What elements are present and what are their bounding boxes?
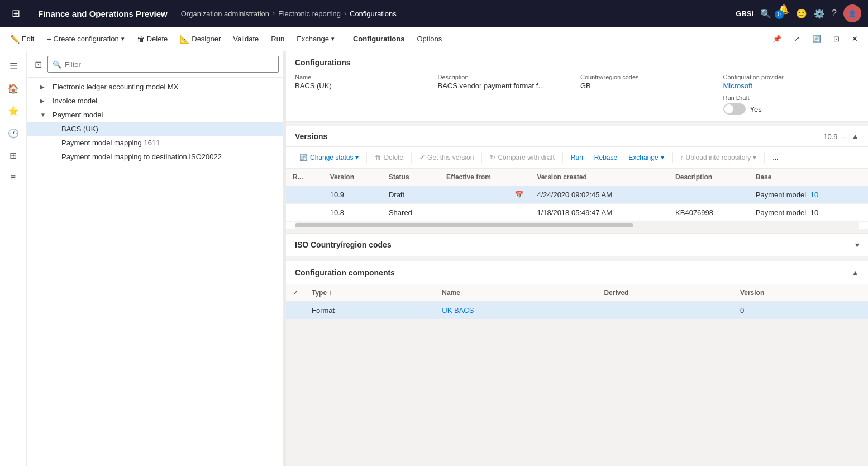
tree-item-payment-model[interactable]: ▼ Payment model (27, 108, 283, 122)
designer-button[interactable]: 📐 Designer (174, 29, 226, 49)
cell-name[interactable]: UK BACS (435, 302, 597, 320)
create-config-button[interactable]: + Create configuration (41, 29, 130, 49)
calendar-icon[interactable]: 📅 (514, 191, 523, 199)
table-row[interactable]: 10.9 Draft 📅 4/24/2020 09:02:45 AM Payme… (286, 186, 868, 204)
run-button[interactable]: Run (265, 29, 290, 49)
breadcrumb: Organization administration › Electronic… (181, 9, 732, 18)
config-components-header[interactable]: Configuration components ▲ (286, 261, 868, 284)
sidebar-home-icon[interactable]: 🏠 (3, 78, 23, 98)
sidebar-workspaces-icon[interactable]: ⊞ (3, 145, 23, 165)
avatar-icon: 👤 (848, 10, 856, 17)
th-type[interactable]: Type ↑ (305, 284, 435, 302)
versions-meta: 10.9 -- ▲ (823, 132, 859, 141)
th-name[interactable]: Name (435, 284, 597, 302)
waffle-icon: ⊞ (12, 7, 20, 20)
rebase-button[interactable]: Rebase (590, 151, 622, 164)
avatar[interactable]: 👤 (843, 4, 861, 22)
th-version[interactable]: Version (323, 169, 382, 186)
change-status-button[interactable]: 🔄 Change status ▾ (295, 151, 363, 164)
table-row[interactable]: Format UK BACS 0 (286, 302, 868, 320)
vt-sep5 (672, 152, 673, 163)
tree-item-invoice-model[interactable]: ▶ Invoice model (27, 94, 283, 108)
versions-table-wrapper: R... Version Status Effective from Versi… (286, 169, 868, 222)
sidebar-menu-icon[interactable]: ☰ (3, 56, 23, 76)
search-icon[interactable]: 🔍 (760, 8, 771, 19)
versions-table-header: R... Version Status Effective from Versi… (286, 169, 868, 186)
upload-into-repository-button[interactable]: ↑ Upload into repository ▾ (676, 151, 761, 164)
name-value: BACS (UK) (295, 82, 431, 90)
table-row[interactable]: 10.8 Shared 1/18/2018 05:49:47 AM KB4076… (286, 204, 868, 222)
sidebar-recent-icon[interactable]: 🕐 (3, 123, 23, 143)
filter-input[interactable] (65, 60, 274, 69)
restore-button[interactable]: ⊡ (828, 29, 845, 49)
th-version-created[interactable]: Version created (530, 169, 669, 186)
base-link[interactable]: Payment model (756, 191, 806, 199)
exchange-button[interactable]: Exchange (291, 29, 340, 49)
versions-title: Versions (295, 132, 327, 141)
cell-description (669, 186, 749, 204)
configurations-section-title: Configurations (286, 51, 868, 69)
th-effective-from[interactable]: Effective from (440, 169, 531, 186)
delete-button[interactable]: 🗑 Delete (131, 29, 174, 49)
th-derived[interactable]: Derived (597, 284, 733, 302)
config-components-title: Configuration components (295, 268, 395, 277)
tree-item-mapping-iso[interactable]: Payment model mapping to destination ISO… (27, 150, 283, 164)
help-icon[interactable]: ? (832, 8, 837, 18)
expand-button[interactable]: ⤢ (788, 29, 805, 49)
run-draft-toggle[interactable] (723, 103, 746, 115)
configurations-tab-button[interactable]: Configurations (347, 29, 410, 49)
th-r: R... (286, 169, 323, 186)
expander-icon: ▶ (40, 98, 49, 104)
pin-button[interactable]: 📌 (767, 29, 787, 49)
tree-item-electronic-ledger[interactable]: ▶ Electronic ledger accounting model MX (27, 80, 283, 94)
close-button[interactable]: ✕ (846, 29, 864, 49)
th-status[interactable]: Status (382, 169, 440, 186)
version-separator: -- (842, 132, 847, 141)
iso-section-header[interactable]: ISO Country/region codes ▾ (286, 234, 868, 256)
sidebar-modules-icon[interactable]: ≡ (3, 168, 23, 188)
versions-delete-button[interactable]: 🗑 Delete (370, 151, 408, 164)
command-bar: ✏️ Edit + Create configuration 🗑 Delete … (0, 27, 868, 51)
breadcrumb-configs[interactable]: Configurations (350, 9, 397, 18)
filter-button[interactable]: ⊡ (31, 57, 45, 72)
th-version[interactable]: Version (733, 284, 868, 302)
iso-section: ISO Country/region codes ▾ (286, 233, 868, 256)
tree-container: ▶ Electronic ledger accounting model MX … (27, 78, 283, 466)
smiley-icon[interactable]: 🙂 (796, 8, 807, 19)
tree-item-bacs-uk[interactable]: BACS (UK) (27, 122, 283, 136)
config-components-section: Configuration components ▲ ✓ Type ↑ Name (286, 261, 868, 320)
sidebar-favorites-icon[interactable]: ⭐ (3, 101, 23, 121)
provider-value[interactable]: Microsoft (723, 82, 860, 90)
vt-sep2 (411, 152, 412, 163)
breadcrumb-org[interactable]: Organization administration (181, 9, 269, 18)
options-button[interactable]: Options (411, 29, 447, 49)
th-description[interactable]: Description (669, 169, 749, 186)
topbar: ⊞ Finance and Operations Preview Organiz… (0, 0, 868, 27)
cell-status: Draft (382, 186, 440, 204)
th-base[interactable]: Base (749, 169, 868, 186)
waffle-menu[interactable]: ⊞ (7, 4, 25, 22)
check-icon: ✓ (293, 289, 298, 297)
edit-button[interactable]: ✏️ Edit (4, 29, 40, 49)
vt-sep3 (481, 152, 482, 163)
validate-button[interactable]: Validate (227, 29, 264, 49)
versions-exchange-button[interactable]: Exchange ▾ (624, 151, 668, 164)
get-this-version-button[interactable]: ✔ Get this version (415, 151, 478, 164)
config-components-table: ✓ Type ↑ Name Derived Version (286, 284, 868, 320)
versions-more-button[interactable]: ... (768, 151, 783, 164)
compare-with-draft-button[interactable]: ↻ Compare with draft (485, 151, 559, 164)
refresh-button[interactable]: 🔄 (807, 29, 827, 49)
versions-run-button[interactable]: Run (566, 151, 588, 164)
breadcrumb-er[interactable]: Electronic reporting (278, 9, 341, 18)
cell-type: Format (305, 302, 435, 320)
horizontal-scrollbar[interactable] (295, 222, 859, 229)
name-label: Name (295, 74, 431, 80)
versions-collapse-button[interactable]: ▲ (851, 132, 859, 141)
settings-icon[interactable]: ⚙️ (814, 8, 825, 19)
change-status-icon: 🔄 (299, 154, 308, 161)
base-version: 10 (810, 191, 818, 199)
topbar-actions: GBSI 🔍 🔔 0 🙂 ⚙️ ? 👤 (736, 4, 861, 23)
versions-header: Versions 10.9 -- ▲ (286, 126, 868, 147)
tree-item-mapping-1611[interactable]: Payment model mapping 1611 (27, 136, 283, 150)
user-code: GBSI (736, 9, 753, 18)
